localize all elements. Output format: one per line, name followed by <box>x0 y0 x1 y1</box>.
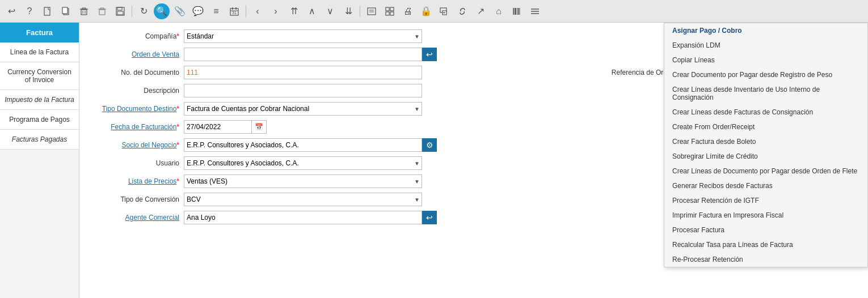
lista-precios-select-wrapper: Ventas (VES) ▼ <box>184 174 422 188</box>
chat-btn[interactable]: 💬 <box>190 3 206 19</box>
tipo-doc-select[interactable]: Factura de Cuentas por Cobrar Nacional <box>184 102 422 116</box>
home-btn[interactable]: ⌂ <box>491 3 507 19</box>
compania-select[interactable]: Estándar <box>184 29 422 43</box>
report-btn[interactable] <box>364 3 380 19</box>
delete-btn[interactable] <box>76 3 92 19</box>
save-btn[interactable] <box>112 3 128 19</box>
sidebar-tab-impuesto[interactable]: Impuesto de la Factura <box>0 90 79 110</box>
dropdown-item-reprocesar[interactable]: Re-Procesar Retención <box>664 252 867 267</box>
sidebar-tab-facturas-pagadas[interactable]: Facturas Pagadas <box>0 130 79 150</box>
svg-rect-25 <box>390 12 394 15</box>
agente-comercial-label[interactable]: Agente Comercial <box>89 214 179 222</box>
dropdown-item-sobregirar[interactable]: Sobregirar Límite de Crédito <box>664 149 867 164</box>
svg-rect-12 <box>117 7 122 10</box>
dropdown-item-crear-factura-boleto[interactable]: Crear Factura desde Boleto <box>664 134 867 149</box>
first-btn[interactable]: ⇈ <box>286 3 302 19</box>
socio-negocio-btn[interactable]: ⚙ <box>422 138 437 152</box>
grid-btn[interactable] <box>382 3 398 19</box>
find-btn[interactable]: 🔍 <box>154 3 170 19</box>
svg-rect-10 <box>100 8 104 9</box>
dropdown-item-copiar[interactable]: Copiar Líneas <box>664 53 867 67</box>
refresh-btn[interactable]: ↻ <box>136 3 151 19</box>
tipo-doc-label: Tipo Documento Destino* <box>89 105 179 113</box>
usuario-label: Usuario <box>89 159 179 167</box>
descripcion-input[interactable] <box>184 84 422 97</box>
orden-venta-label[interactable]: Orden de Venta <box>89 50 179 58</box>
dropdown-item-imprimir-fiscal[interactable]: Imprimir Factura en Impresora Fiscal <box>664 208 867 223</box>
tipo-conversion-select[interactable]: BCV <box>184 193 422 206</box>
sidebar-tab-factura[interactable]: Factura <box>0 23 79 42</box>
dropdown-item-procesar-factura[interactable]: Procesar Factura <box>664 223 867 237</box>
dropdown-item-generar-recibos[interactable]: Generar Recibos desde Facturas <box>664 178 867 193</box>
link-btn[interactable] <box>454 3 470 19</box>
barcode-btn[interactable] <box>509 3 525 19</box>
no-documento-input[interactable] <box>184 66 422 79</box>
svg-rect-19 <box>368 8 376 15</box>
dropdown-item-expansion[interactable]: Expansión LDM <box>664 38 867 53</box>
history-btn[interactable]: ≡ <box>208 3 224 19</box>
svg-rect-23 <box>390 7 394 11</box>
lock-btn[interactable]: 🔒 <box>418 3 434 19</box>
svg-rect-2 <box>62 7 68 14</box>
prev-page-btn[interactable]: ‹ <box>250 3 266 19</box>
delete2-btn[interactable] <box>94 3 110 19</box>
dropdown-item-procesar-retencion[interactable]: Procesar Retención de IGTF <box>664 193 867 208</box>
fecha-facturacion-group: 📅 <box>184 120 267 134</box>
tipo-conversion-select-wrapper: BCV ▼ <box>184 193 422 206</box>
socio-input-group: ⚙ <box>184 138 437 152</box>
down-btn[interactable]: ∨ <box>322 3 338 19</box>
usuario-select-wrapper: E.R.P. Consultores y Asociados, C.A. ▼ <box>184 156 422 170</box>
undo-btn[interactable]: ↩ <box>3 3 19 19</box>
agente-input-group: ↩ <box>184 211 437 224</box>
agente-comercial-btn[interactable]: ↩ <box>422 211 437 224</box>
orden-venta-input[interactable] <box>184 48 422 61</box>
orden-venta-btn[interactable]: ↩ <box>422 48 437 61</box>
fecha-facturacion-input[interactable] <box>184 120 252 134</box>
svg-rect-22 <box>386 7 389 11</box>
sep2 <box>246 5 246 18</box>
up-btn[interactable]: ∧ <box>304 3 320 19</box>
zoom-btn[interactable] <box>436 3 452 19</box>
svg-text:31: 31 <box>232 11 237 15</box>
copy-btn[interactable] <box>58 3 74 19</box>
agente-comercial-input[interactable] <box>184 211 422 224</box>
help-btn[interactable]: ? <box>22 3 37 19</box>
dropdown-item-crear-lineas-flete[interactable]: Crear Líneas de Documento por Pagar desd… <box>664 164 867 178</box>
fecha-facturacion-calendar-btn[interactable]: 📅 <box>252 120 267 134</box>
print-btn[interactable]: 🖨 <box>400 3 416 19</box>
dropdown-item-asignar[interactable]: Asignar Pago / Cobro <box>664 23 867 38</box>
svg-rect-24 <box>386 12 389 15</box>
no-documento-label: No. del Documento <box>89 69 179 76</box>
descripcion-label: Descripción <box>89 87 179 95</box>
sidebar-tab-linea-factura[interactable]: Línea de la Factura <box>0 42 79 62</box>
compania-select-wrapper: Estándar ▼ <box>184 29 422 43</box>
new-btn[interactable] <box>40 3 56 19</box>
sidebar-tab-programa-pagos[interactable]: Programa de Pagos <box>0 110 79 130</box>
usuario-select[interactable]: E.R.P. Consultores y Asociados, C.A. <box>184 156 422 170</box>
sep3 <box>360 5 360 18</box>
next-page-btn[interactable]: › <box>268 3 284 19</box>
lista-precios-select[interactable]: Ventas (VES) <box>184 174 422 188</box>
attach-btn[interactable]: 📎 <box>172 3 188 19</box>
tipo-doc-select-wrapper: Factura de Cuentas por Cobrar Nacional ▼ <box>184 102 422 116</box>
dropdown-item-create-from-order[interactable]: Create From Order/Receipt <box>664 120 867 134</box>
dropdown-menu: Asignar Pago / Cobro Expansión LDM Copia… <box>664 23 868 267</box>
content-area: Compañía* Estándar ▼ Organización.* Orde… <box>79 23 868 298</box>
calendar-btn[interactable]: 31 <box>226 3 242 19</box>
export-btn[interactable]: ↗ <box>473 3 488 19</box>
dropdown-item-crear-doc[interactable]: Crear Documento por Pagar desde Registro… <box>664 67 867 82</box>
main-layout: Factura Línea de la Factura Currency Con… <box>0 23 868 298</box>
sidebar-tab-currency-conversion[interactable]: Currency Conversion of Invoice <box>0 62 79 90</box>
tipo-conversion-label: Tipo de Conversión <box>89 195 179 203</box>
dropdown-item-recalcular-tasa[interactable]: Recalcular Tasa para Líneas de Factura <box>664 237 867 252</box>
fecha-facturacion-label: Fecha de Facturación* <box>89 123 179 131</box>
menu-btn[interactable] <box>527 3 543 19</box>
socio-negocio-input[interactable] <box>184 138 422 152</box>
dropdown-item-crear-lineas-inventario[interactable]: Crear Líneas desde Inventario de Uso Int… <box>664 82 867 105</box>
last-btn[interactable]: ⇊ <box>340 3 356 19</box>
orden-venta-input-group: ↩ <box>184 48 437 61</box>
sidebar: Factura Línea de la Factura Currency Con… <box>0 23 79 298</box>
svg-rect-8 <box>99 10 105 15</box>
socio-negocio-label: Socio del Negocio* <box>89 141 179 149</box>
dropdown-item-crear-lineas-facturas[interactable]: Crear Líneas desde Facturas de Consignac… <box>664 105 867 120</box>
